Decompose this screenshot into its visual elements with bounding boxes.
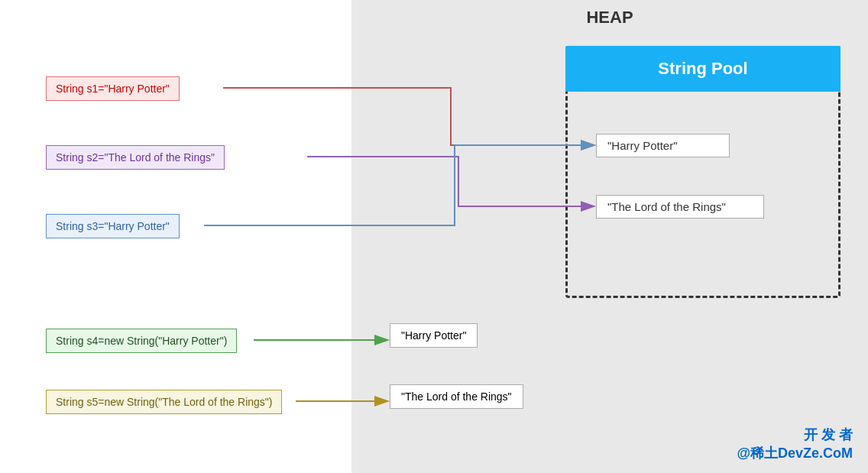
var-box-s2: String s2="The Lord of the Rings" (46, 145, 225, 170)
var-box-s3: String s3="Harry Potter" (46, 214, 180, 238)
watermark-line2: @稀土DevZe.CoM (737, 444, 853, 462)
pool-item-lotr: "The Lord of the Rings" (596, 195, 764, 219)
heap-label: HEAP (351, 0, 868, 35)
heap-direct-lotr: "The Lord of the Rings" (390, 384, 523, 409)
heap-direct-harry: "Harry Potter" (390, 323, 478, 348)
pool-item-harry: "Harry Potter" (596, 134, 730, 157)
main-container: HEAP String Pool "Harry Potter" "The Lor… (0, 0, 868, 473)
var-box-s4: String s4=new String("Harry Potter") (46, 329, 237, 353)
var-box-s1: String s1="Harry Potter" (46, 76, 180, 101)
string-pool-title: String Pool (658, 59, 747, 79)
watermark: 开 发 者 @稀土DevZe.CoM (737, 426, 853, 462)
heap-label-text: HEAP (586, 8, 633, 27)
string-pool-header: String Pool (565, 46, 840, 92)
watermark-line1: 开 发 者 (737, 426, 853, 444)
var-box-s5: String s5=new String("The Lord of the Ri… (46, 390, 282, 414)
